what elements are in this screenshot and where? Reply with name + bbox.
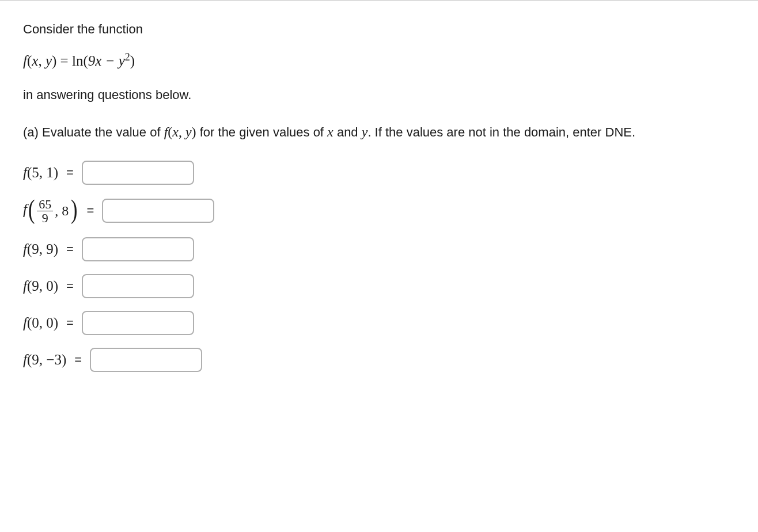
function-point-label: f ( 65 9 , 8 ) (23, 197, 79, 225)
question-row: f ( 65 9 , 8 ) = (23, 197, 735, 225)
equals-sign: = (74, 352, 82, 367)
equals-sign: = (87, 203, 94, 218)
intro-text: Consider the function (23, 20, 735, 39)
question-row: f(9, 9) = (23, 237, 735, 261)
part-a-text: (a) Evaluate the value of f(x, y) for th… (23, 121, 735, 143)
answer-input[interactable] (82, 237, 194, 261)
answer-input[interactable] (82, 274, 194, 298)
answer-input[interactable] (82, 311, 194, 335)
answer-input[interactable] (102, 199, 214, 223)
function-definition: f(x, y) = ln(9x − y2) (23, 51, 735, 69)
function-point-label: f(0, 0) (23, 315, 58, 331)
equals-sign: = (66, 279, 74, 294)
answer-input[interactable] (90, 348, 202, 372)
function-point-label: f(9, 0) (23, 278, 58, 294)
question-row: f(5, 1) = (23, 161, 735, 185)
question-row: f(9, 0) = (23, 274, 735, 298)
equals-sign: = (66, 165, 74, 180)
problem-content: Consider the function f(x, y) = ln(9x − … (0, 0, 758, 402)
function-point-label: f(9, 9) (23, 241, 58, 257)
function-point-label: f(9, −3) (23, 352, 66, 368)
intro-tail: in answering questions below. (23, 85, 735, 104)
answer-input[interactable] (82, 161, 194, 185)
equals-sign: = (66, 316, 74, 330)
question-row: f(9, −3) = (23, 348, 735, 372)
equals-sign: = (66, 242, 74, 257)
function-point-label: f(5, 1) (23, 165, 58, 181)
question-row: f(0, 0) = (23, 311, 735, 335)
